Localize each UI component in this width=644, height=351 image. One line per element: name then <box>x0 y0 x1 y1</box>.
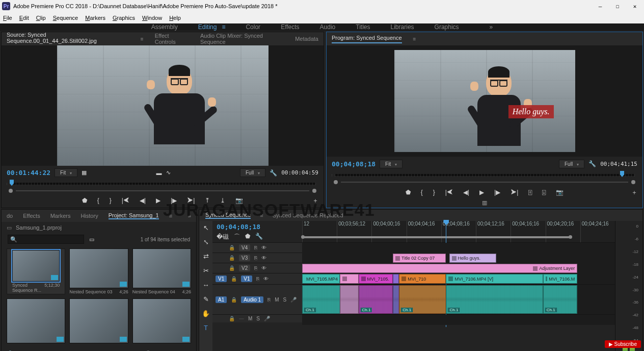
tab-history[interactable]: History <box>81 213 98 219</box>
linked-selection-icon[interactable]: ⌒ <box>234 233 240 241</box>
video-clip[interactable]: MVI_710 <box>399 274 446 284</box>
audio-clip[interactable]: Ch.1 <box>399 285 446 314</box>
menu-window[interactable]: Window <box>142 15 162 21</box>
ws-libraries[interactable]: Libraries <box>391 23 414 31</box>
source-res-select[interactable]: Full▾ <box>240 168 265 177</box>
program-zoom-select[interactable]: Fit▾ <box>380 160 403 168</box>
project-clip[interactable]: Nested Sequence 044;26 <box>132 248 191 294</box>
toggle-output-icon[interactable]: 👁 <box>261 265 266 271</box>
project-tab-menu-icon[interactable]: ≡ <box>169 213 172 219</box>
project-clip[interactable] <box>7 298 65 344</box>
drag-video-icon[interactable]: ▬ <box>156 170 162 176</box>
audio-clip[interactable]: Ch.1 <box>302 285 340 314</box>
track-target[interactable]: V3 <box>239 255 250 261</box>
lock-icon[interactable]: 🔒 <box>231 276 237 282</box>
source-patch[interactable]: A1 <box>216 296 227 303</box>
selection-tool-icon[interactable]: ↖ <box>201 223 210 232</box>
menu-markers[interactable]: Markers <box>85 15 105 21</box>
tl-tab-active[interactable]: Synced Sequence <box>205 212 251 219</box>
overwrite-icon[interactable]: ⤓ <box>220 197 225 204</box>
comparison-view-icon[interactable]: ▥ <box>482 199 487 208</box>
ws-audio[interactable]: Audio <box>320 23 336 31</box>
tab-audio-clip-mixer[interactable]: Audio Clip Mixer: Synced Sequence <box>200 33 284 45</box>
step-back-icon[interactable]: ◀| <box>140 197 146 204</box>
ws-titles[interactable]: Titles <box>356 23 370 31</box>
toggle-output-icon[interactable]: 👁 <box>261 255 266 261</box>
menu-help[interactable]: Help <box>169 15 181 21</box>
add-marker-icon[interactable]: ⬟ <box>82 197 87 204</box>
safe-margins-icon[interactable]: ▦ <box>82 169 87 176</box>
tab-metadata[interactable]: Metadata <box>295 36 318 42</box>
program-zoom-right-handle[interactable] <box>631 180 635 184</box>
video-clip[interactable]: Adjustment Layer <box>302 264 577 273</box>
menu-file[interactable]: File <box>3 15 12 21</box>
tab-effect-controls[interactable]: Effect Controls <box>155 33 189 45</box>
tab-program[interactable]: Program: Synced Sequence <box>332 35 402 43</box>
p-add-marker-icon[interactable]: ⬟ <box>406 189 411 196</box>
lock-icon[interactable]: 🔒 <box>231 297 237 303</box>
mark-out-icon[interactable]: } <box>110 197 112 204</box>
ws-overflow-icon[interactable]: » <box>490 23 493 31</box>
p-lift-icon[interactable]: ⍐ <box>528 189 532 196</box>
ws-assembly[interactable]: Assembly <box>151 23 178 31</box>
audio-clip[interactable] <box>393 285 399 314</box>
snap-icon[interactable]: �磁 <box>217 233 229 241</box>
p-go-to-out-icon[interactable]: ⮞| <box>511 189 518 196</box>
go-to-out-icon[interactable]: ⮞| <box>187 197 195 204</box>
p-step-back-icon[interactable]: ◀| <box>463 189 469 196</box>
bin-icon[interactable]: ▭ <box>7 224 12 231</box>
insert-icon[interactable]: ⤒ <box>205 197 210 204</box>
track-target[interactable]: V2 <box>239 265 250 271</box>
program-zoom-left-handle[interactable] <box>334 180 338 184</box>
subscribe-badge[interactable]: ▶ Subscribe <box>605 340 641 348</box>
p-go-to-in-icon[interactable]: |⮜ <box>445 189 453 196</box>
program-settings-icon[interactable]: 🔧 <box>588 160 596 167</box>
video-clip[interactable]: Hello guys. <box>449 254 496 263</box>
program-timecode-in[interactable]: 00;04;08;18 <box>332 160 375 168</box>
source-settings-icon[interactable]: 🔧 <box>270 169 277 177</box>
tab-markers[interactable]: Markers <box>50 213 71 219</box>
fx-badge-icon[interactable] <box>342 277 347 281</box>
step-fwd-icon[interactable]: |▶ <box>171 197 177 204</box>
menu-clip[interactable]: Clip <box>36 15 46 21</box>
razor-tool-icon[interactable]: ✂ <box>201 266 210 275</box>
close-button[interactable]: ✕ <box>628 1 642 11</box>
program-res-select[interactable]: Full▾ <box>559 160 584 168</box>
tl-tab-menu-icon[interactable]: ≡ <box>260 212 263 218</box>
lock-icon[interactable]: 🔒 <box>229 245 235 250</box>
project-search[interactable]: 🔍 <box>8 235 84 244</box>
program-ruler[interactable] <box>332 171 637 179</box>
project-clip[interactable] <box>132 298 191 344</box>
source-ruler[interactable] <box>7 180 318 188</box>
go-to-in-icon[interactable]: |⮜ <box>122 197 129 204</box>
track-target[interactable]: Audio 1 <box>241 296 263 303</box>
button-editor-icon[interactable]: ＋ <box>312 196 318 205</box>
ripple-tool-icon[interactable]: ⇄ <box>201 252 210 261</box>
toggle-output-icon[interactable]: 👁 <box>263 276 269 282</box>
tab-do[interactable]: do <box>7 213 13 219</box>
solo-icon[interactable]: S <box>283 297 287 303</box>
track-target[interactable]: V1 <box>241 275 252 282</box>
p-button-editor-icon[interactable]: ＋ <box>631 188 637 197</box>
fx-badge-icon[interactable] <box>533 266 538 271</box>
sync-lock-icon[interactable]: ⎘ <box>256 276 259 282</box>
tab-source[interactable]: Source: Synced Sequence.00_01_44_26.Stil… <box>7 32 129 46</box>
ws-color[interactable]: Color <box>246 23 260 31</box>
fx-badge-icon[interactable] <box>546 277 548 281</box>
sync-lock-icon[interactable]: ⎘ <box>254 255 257 261</box>
minimize-button[interactable]: — <box>593 1 607 11</box>
mute-icon[interactable]: M <box>275 297 279 303</box>
source-zoom-left-handle[interactable] <box>9 189 13 193</box>
track-target[interactable]: V4 <box>239 244 250 251</box>
play-icon[interactable]: ▶ <box>156 197 160 204</box>
source-viewport[interactable] <box>2 45 324 166</box>
sync-lock-icon[interactable]: ⎘ <box>267 297 271 303</box>
project-clip[interactable]: Nested Sequence 034;26 <box>69 248 128 294</box>
source-patch[interactable]: V1 <box>216 275 227 282</box>
fx-badge-icon[interactable] <box>361 277 366 281</box>
audio-clip[interactable]: Ch.1 <box>359 285 393 314</box>
hand-tool-icon[interactable]: ✋ <box>201 309 210 318</box>
drag-audio-icon[interactable]: ∿ <box>166 169 171 176</box>
add-marker-tl-icon[interactable]: ⬟ <box>245 233 250 241</box>
ws-editing-menu-icon[interactable]: ≡ <box>222 23 225 31</box>
